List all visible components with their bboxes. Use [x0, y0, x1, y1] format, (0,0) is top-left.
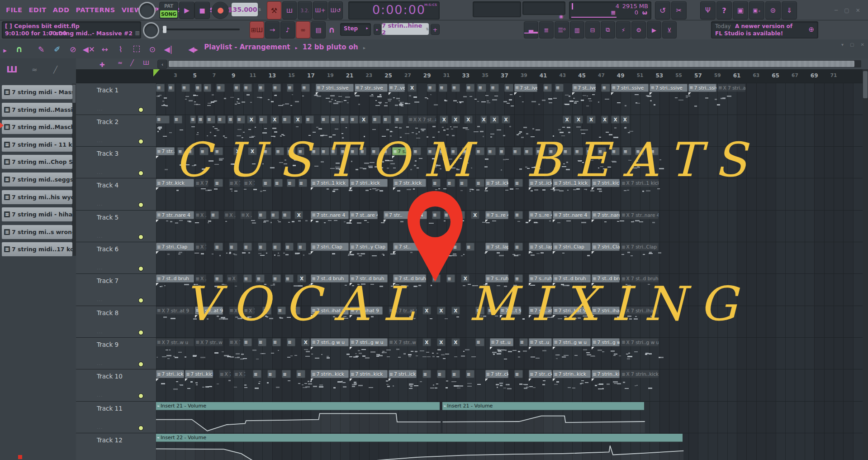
pattern-clip[interactable]: ≡7 stri..Clap	[553, 243, 591, 251]
track-name[interactable]: Track 12	[97, 436, 123, 444]
track-header[interactable]: Track 9...	[76, 338, 157, 369]
open-mixer-button[interactable]: ▥	[570, 21, 584, 38]
open-piano-roll-button[interactable]: ☰⁰	[555, 21, 569, 38]
draw-tool[interactable]: ✎	[34, 40, 48, 59]
touch-controller-button[interactable]: ▶	[647, 21, 661, 38]
feedback-button[interactable]: ⊜	[765, 1, 781, 19]
pattern-clip[interactable]: ≡	[601, 84, 610, 92]
window-close-button[interactable]: ✕	[856, 7, 860, 14]
pattern-clip[interactable]: ≡	[466, 243, 474, 251]
track-header[interactable]: Track 1...	[76, 83, 157, 115]
pattern-clip[interactable]: ≡X X 7 st..#2	[408, 115, 436, 124]
pattern-clip[interactable]: ≡	[243, 338, 252, 346]
pattern-clip[interactable]: ≡	[270, 211, 279, 219]
pattern-clip[interactable]: ≡X 7 str..w u	[156, 338, 194, 346]
stop-button[interactable]: ■	[194, 2, 210, 19]
paint-tool[interactable]: ✐	[50, 40, 64, 59]
track-name[interactable]: Track 4	[97, 182, 119, 189]
cut-tool-button[interactable]: ✂	[671, 1, 687, 19]
pattern-clip[interactable]: ≡	[282, 370, 290, 378]
track-name[interactable]: Track 5	[97, 214, 119, 221]
pattern-clip[interactable]: ≡	[340, 115, 349, 124]
pattern-clip[interactable]: ≡X 7..	[229, 338, 241, 346]
mute-tool[interactable]: ◀✕	[82, 40, 95, 59]
vertical-scrollbar[interactable]	[863, 69, 868, 460]
pattern-clip[interactable]: ≡	[451, 370, 460, 378]
pattern-clip[interactable]: ≡7 s..re 4	[485, 211, 509, 219]
automation-curve[interactable]	[156, 402, 868, 433]
pattern-clip[interactable]: ≡	[258, 84, 265, 92]
track-header[interactable]: Track 10...	[76, 369, 157, 401]
pattern-clip[interactable]: X	[574, 115, 583, 124]
track-name[interactable]: Track 6	[97, 245, 119, 253]
news-banner[interactable]: Today A newer version of FL Studio is av…	[711, 21, 818, 38]
track-mute-light[interactable]	[138, 234, 144, 240]
pattern-clip[interactable]: ≡	[282, 211, 290, 219]
loop-record-button[interactable]: Ш↺	[328, 1, 343, 19]
pattern-clip[interactable]: ≡7 strin..kick	[311, 370, 349, 378]
blend-notes-button[interactable]: Ш+	[313, 1, 327, 19]
pattern-clip[interactable]: ≡	[258, 211, 266, 219]
snap-selector[interactable]: Step ▸	[340, 23, 371, 36]
track-header[interactable]: Track 11...	[76, 402, 157, 433]
pattern-clip[interactable]: ≡	[198, 115, 204, 124]
tap-tempo-button[interactable]: ⚙	[631, 21, 646, 38]
pattern-clip[interactable]: ≡X 7 strin..kick	[621, 370, 659, 378]
pattern-clip[interactable]: ≡	[383, 115, 391, 124]
pattern-clip[interactable]: ≡	[466, 370, 474, 378]
pattern-clip[interactable]: ≡	[168, 84, 175, 92]
track-mute-light[interactable]	[138, 393, 144, 399]
pattern-clip[interactable]: ≡	[490, 84, 498, 92]
pattern-clip[interactable]: ≡	[514, 211, 523, 219]
pattern-clip[interactable]: ≡7 stri..ssive	[688, 84, 716, 92]
pattern-clip[interactable]: ≡7 stri..g w u	[350, 338, 388, 346]
track-name[interactable]: Track 11	[97, 405, 123, 412]
pattern-clip[interactable]: ≡	[272, 338, 281, 346]
picker-pattern-item[interactable]: ≡7 string mi..Chop Snare 4	[2, 155, 72, 169]
track-mute-light[interactable]	[138, 107, 144, 113]
plugin-database-button[interactable]: ⚡	[616, 21, 631, 38]
track-header[interactable]: Track 3...	[76, 147, 157, 178]
track-mute-light[interactable]	[138, 170, 144, 176]
pattern-clip[interactable]: X	[451, 338, 460, 346]
pattern-clip[interactable]: ≡7 stri..kick	[185, 370, 213, 378]
playlist-magnet-icon[interactable]: ∩	[12, 39, 26, 58]
pattern-clip[interactable]: ≡7 str..sive	[355, 84, 388, 92]
pattern-clip[interactable]: ≡X 7 stri..assive	[717, 84, 745, 92]
track-name[interactable]: Track 9	[97, 341, 119, 348]
automation-source-icon[interactable]: ╱	[130, 59, 134, 66]
pattern-clip[interactable]: ≡	[475, 338, 484, 346]
link-button[interactable]: ∞	[296, 21, 310, 38]
pattern-clip[interactable]: ≡7 str..ck	[529, 370, 552, 378]
playlist-focus-button[interactable]: ⊞Ш	[250, 21, 264, 38]
pattern-clip[interactable]: ≡	[555, 84, 564, 92]
pattern-clip[interactable]: ≡7 st..lap	[529, 243, 552, 251]
track-mute-light[interactable]	[138, 425, 144, 431]
pattern-clip[interactable]: ≡7 st..are 4	[350, 211, 378, 219]
pattern-clip[interactable]: ≡	[519, 338, 528, 346]
tempo-display[interactable]: 135.000⇅	[232, 3, 258, 16]
pattern-clip[interactable]: ≡	[543, 84, 552, 92]
pattern-clip[interactable]: ≡7 stri..ssive	[611, 84, 649, 92]
pattern-clip[interactable]: ≡7 str..ck	[485, 370, 509, 378]
pattern-clip[interactable]: ≡7 strin..kick	[350, 370, 388, 378]
pattern-clip[interactable]: ≡	[181, 84, 190, 92]
menu-edit[interactable]: EDIT	[25, 0, 49, 20]
playhead-marker[interactable]	[153, 69, 160, 77]
pattern-clip[interactable]: ≡7 st..u	[529, 338, 552, 346]
pattern-clip[interactable]: X	[301, 338, 310, 346]
pattern-clip[interactable]: ≡	[228, 115, 233, 124]
track-name[interactable]: Track 8	[97, 309, 119, 316]
shuffle-slider[interactable]	[162, 29, 240, 30]
pattern-clip[interactable]: X	[587, 115, 595, 124]
pattern-clip[interactable]: ≡	[190, 115, 196, 124]
audio-clip-source-icon[interactable]: ≈	[118, 59, 123, 66]
track-mute-light[interactable]	[138, 266, 144, 272]
pattern-clip[interactable]: ≡	[282, 115, 290, 124]
pattern-clip[interactable]: ≡7 st..ive	[572, 84, 596, 92]
track-header[interactable]: Track 12	[76, 433, 157, 460]
pattern-clip[interactable]: X	[270, 115, 279, 124]
slice-tool[interactable]: ⌇	[114, 40, 128, 59]
pattern-clip[interactable]: ≡	[297, 243, 306, 251]
pattern-clip[interactable]: ≡7 stri..Clap	[156, 243, 194, 251]
